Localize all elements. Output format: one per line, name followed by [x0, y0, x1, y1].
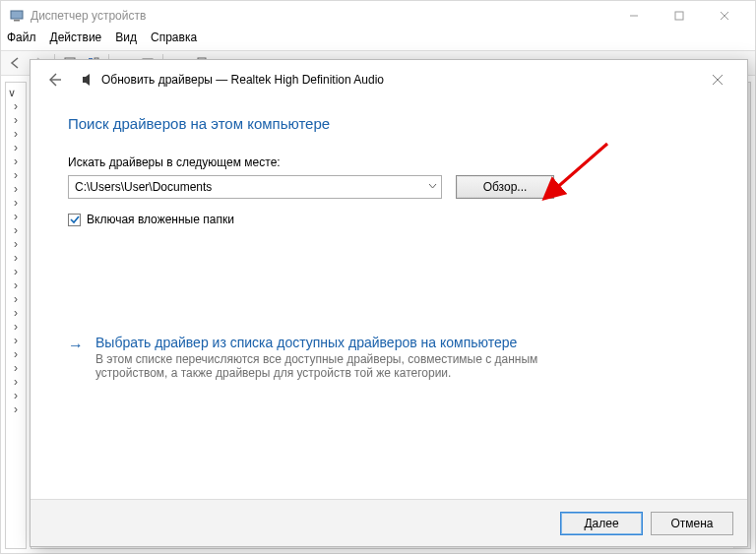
device-manager-app-icon — [9, 8, 25, 24]
menu-action[interactable]: Действие — [50, 31, 102, 50]
svg-rect-15 — [83, 77, 86, 83]
close-button[interactable] — [702, 1, 747, 31]
parent-menubar: Файл Действие Вид Справка — [1, 31, 755, 50]
dialog-body: Поиск драйверов на этом компьютере Искат… — [31, 99, 747, 499]
driver-path-combobox[interactable]: C:\Users\User\Documents — [68, 175, 442, 199]
dialog-close-button[interactable] — [698, 66, 737, 93]
cancel-button[interactable]: Отмена — [651, 512, 733, 535]
parent-titlebar: Диспетчер устройств — [1, 1, 755, 31]
chevron-down-icon[interactable] — [428, 180, 437, 194]
dialog-title: Обновить драйверы — Realtek High Definit… — [101, 73, 698, 87]
dialog-back-button[interactable] — [40, 66, 68, 93]
svg-rect-0 — [11, 11, 23, 19]
dialog-heading: Поиск драйверов на этом компьютере — [68, 115, 710, 132]
search-location-label: Искать драйверы в следующем месте: — [68, 155, 710, 169]
menu-view[interactable]: Вид — [115, 31, 137, 50]
menu-file[interactable]: Файл — [7, 31, 36, 50]
svg-rect-1 — [14, 20, 20, 22]
svg-rect-3 — [675, 12, 683, 20]
dialog-header: Обновить драйверы — Realtek High Definit… — [31, 60, 747, 99]
pick-from-list-title: Выбрать драйвер из списка доступных драй… — [95, 335, 568, 350]
dialog-footer: Далее Отмена — [31, 499, 747, 546]
pick-from-list-option[interactable]: → Выбрать драйвер из списка доступных др… — [68, 335, 710, 380]
browse-button[interactable]: Обзор... — [456, 175, 554, 199]
device-tree[interactable]: ∨ ››››››››››››››››››››››› — [5, 82, 27, 549]
minimize-button[interactable] — [611, 1, 657, 31]
include-subfolders-checkbox[interactable] — [68, 214, 81, 226]
nav-back-icon[interactable] — [7, 54, 25, 72]
cancel-button-label: Отмена — [670, 517, 713, 530]
next-button-label: Далее — [584, 517, 618, 530]
maximize-button[interactable] — [657, 1, 702, 31]
browse-button-label: Обзор... — [483, 180, 528, 194]
menu-help[interactable]: Справка — [151, 31, 197, 50]
audio-device-icon — [80, 72, 95, 88]
include-subfolders-row[interactable]: Включая вложенные папки — [68, 213, 710, 226]
next-button[interactable]: Далее — [560, 512, 643, 535]
parent-window-controls — [611, 1, 747, 31]
pick-from-list-desc: В этом списке перечисляются все доступны… — [95, 352, 568, 380]
update-driver-dialog: Обновить драйверы — Realtek High Definit… — [30, 59, 748, 547]
parent-window-title: Диспетчер устройств — [31, 9, 611, 23]
include-subfolders-label: Включая вложенные папки — [87, 213, 234, 226]
driver-path-value: C:\Users\User\Documents — [75, 180, 212, 194]
arrow-right-icon: → — [68, 335, 86, 380]
